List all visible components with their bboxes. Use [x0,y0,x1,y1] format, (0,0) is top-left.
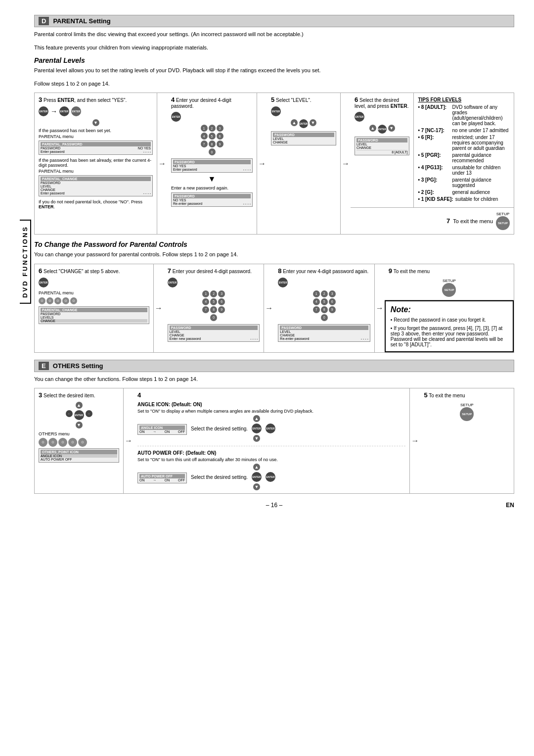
change-step-8-number: 8 [278,267,281,275]
change-step8-screen-title: PASSWORD [280,326,368,330]
angle-icon-label: ANGLE ICON: (Default: ON) [137,402,202,407]
angle-nav-icons: ▲ ENTER ▼ [252,415,262,442]
tip-pg: • 3 [PG]: parental guidance suggested [418,177,510,188]
change-step-7-number: 7 [168,267,171,275]
auto-power-controls: AUTO POWER OFF ON→ON OFF Select the desi… [137,464,405,490]
section-d-header: D PARENTAL Setting [34,15,514,27]
others-menu-label: OTHERS menu [39,431,119,436]
change-step7-row3: Enter new password- - - - [170,337,258,340]
others-icon-col: ▲ ← ENTER → ▼ [66,402,92,428]
step3-screen2-title: PARENTAL_CHANGE [41,177,151,181]
change-step7-screen: PASSWORD LEVEL CHANGE Enter new password… [168,324,260,342]
up-arrow-5: ▲ [291,119,298,126]
others-step3-screen-row1: ANGLE ICON [41,454,117,458]
step-7-row: 7 To exit the menu SETUP SETUP [351,207,514,234]
section-e-title: OTHERS Setting [53,362,103,370]
page-wrapper: DVD FUNCTIONS D PARENTAL Setting Parenta… [20,15,514,509]
arrow-c8-9: → [375,264,385,352]
others-step5-setup: SETUP SETUP [424,403,510,421]
parental-levels-intro2: Follow steps 1 to 2 on page 14. [34,80,514,88]
change-password-section: To Change the Password for Parental Cont… [34,240,514,353]
change-step-8-cell: 8 Enter your new 4-digit password again.… [274,264,375,352]
step3-parental-label1: PARENTAL menu [39,134,153,139]
others-icon-row: ← ENTER → [66,410,92,420]
step-3-cell: 3 Press ENTER, and then select "YES". EN… [35,93,157,234]
change-step7-row2: CHANGE [170,333,258,337]
step5-screen-title: PASSWORD [273,133,334,137]
down-arrow-5: ▼ [310,119,316,126]
step4-screen2: PASSWORD NO YES Re-enter password- - - - [171,192,253,207]
step-4-number: 4 [171,96,175,103]
enter-icon-4: ENTER [171,112,181,122]
change-icon-row: ⊙ ⊙ ⊙ ⊙ ⊙ [39,297,77,304]
change-step-6-cell: 6 Select "CHANGE" at step 5 above. ENTER… [35,264,154,352]
tip-kidsafe: • 1 [KID SAFE]: suitable for children [418,196,510,202]
angle-screen: ANGLE ICON ON→ON OFF [137,424,187,435]
step4-screen2-row2: Re-enter password- - - - [173,202,251,205]
change-step-9-cell: 9 To exit the menu SETUP SETUP [385,264,514,300]
setup-label-e: SETUP [460,403,474,407]
step-7-text: To exit the menu [453,218,493,224]
angle-icon-section: ANGLE ICON: (Default: ON) Set to "ON" to… [137,402,405,442]
enter-after-angle: ENTER [266,424,275,433]
step3-screen2-row2: LEVEL [41,185,151,188]
step-5-cell: 5 Select "LEVEL". ENTER ▲ ENTER ▼ PASSWO… [267,93,341,234]
step3-screen2: PARENTAL_CHANGE PASSWORD LEVEL CHANGE En… [39,175,153,196]
page-footer: – 16 – EN [34,502,514,509]
tip-nc17: • 7 [NC-17]: no one under 17 admitted [418,128,510,133]
change-step7-row1: LEVEL [170,330,258,333]
down-arrow-6: ▼ [388,125,395,132]
others-step-5-cell: 5 To exit the menu SETUP SETUP [420,388,514,493]
section-d-intro2: This feature prevents your children from… [34,44,514,52]
section-d-intro1: Parental control limits the disc viewing… [34,30,514,39]
step3-screen2-row1: PASSWORD [41,181,151,185]
enter-icon-6: ENTER [355,112,364,122]
others-step3-icons: ▲ ← ENTER → ▼ [39,402,119,428]
angle-screen-title: ANGLE ICON [139,425,185,430]
others-step-3-number: 3 [39,391,42,399]
enter-icon-5b: ENTER [299,119,308,128]
page-number: – 16 – [266,502,282,509]
arrow-o4-5: → [410,388,420,493]
section-e: E OTHERS Setting You can change the othe… [34,360,514,494]
note-item-2: • If you forget the password, press [4],… [391,326,508,347]
change-step7-screen-title: PASSWORD [170,326,258,330]
tip-pg13: • 4 [PG13]: unsuitable for children unde… [418,165,510,176]
others-steps: 3 Select the desired item. ▲ ← ENTER → ▼ [34,388,514,494]
change-step8-row3: Re-enter password- - - - [280,337,368,340]
auto-select-label: Select the desired setting. [191,474,248,480]
others-step-4-number: 4 [137,391,141,399]
arrow-3-4: → [157,93,167,234]
step5-screen: PASSWORD LEVEL CHANGE [271,131,336,145]
arrow-1: → [50,107,57,115]
enter-icon-c8: ENTER [278,278,288,287]
auto-power-section: AUTO POWER OFF: (Default: ON) Set to "ON… [137,450,405,490]
change-pwd-title: To Change the Password for Parental Cont… [34,240,514,248]
auto-down: ▼ [253,483,260,490]
tip-adult: • 8 [ADULT]: DVD software of any grades … [418,104,510,126]
note-box: Note: • Record the password in case you … [385,300,514,352]
enter-icon-3b: ENTER [59,106,69,116]
step-4-cell: 4 Enter your desired 4-digit password. E… [167,93,257,234]
step3-screen1-row2: Enter password- - - - [41,150,151,153]
enter-icon-o3: ENTER [74,410,84,420]
step4-screen1-row2: Enter password- - - - [173,168,251,171]
setup-btn-e: SETUP [460,407,474,421]
step-7-number: 7 [446,217,450,225]
enter-icon-o3a: ← [66,410,73,417]
parental-levels-intro: Parental level allows you to set the rat… [34,66,514,75]
step3-screen1-row1: PASSWORDNO YES [41,146,151,150]
numpad-4: 1 2 3 4 5 6 7 8 9 0 [201,125,223,155]
arrow-5-6: → [341,93,351,234]
step4-screen1-title: PASSWORD [173,160,251,164]
down-arrow-4: ▼ [208,175,216,184]
section-e-intro: You can change the other functions. Foll… [34,375,514,383]
step-6-cell: 6 Select the desired level, and press EN… [351,93,414,207]
up-arrow-6: ▲ [369,125,376,132]
step3-parental-label2: PARENTAL menu [39,169,153,174]
change-step8-row1: LEVEL [280,330,368,333]
enter-icon-5: ENTER [271,106,281,116]
change-step6-screen: PARENTAL_CHANGE PASSWORD LEVELS CHANGE [39,306,149,324]
tip-g: • 2 [G]: general audience [418,189,510,195]
enter-icon-3a: ENTER [39,106,48,116]
